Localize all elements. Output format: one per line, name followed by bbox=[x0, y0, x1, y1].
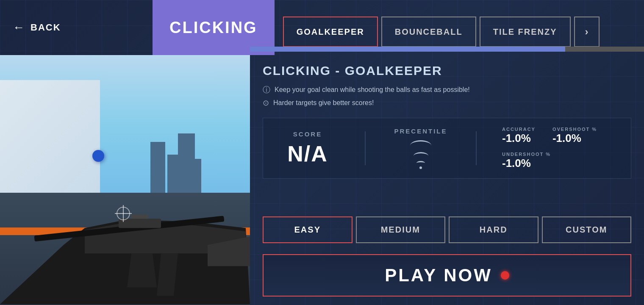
back-arrow-icon: ← bbox=[13, 21, 25, 34]
play-now-container: PLAY NOW bbox=[263, 254, 631, 297]
desc-line-2: ⊙ Harder targets give better scores! bbox=[263, 98, 631, 108]
score-value: N/A bbox=[287, 141, 328, 166]
crosshair bbox=[115, 205, 132, 222]
tab-more-icon: › bbox=[585, 26, 588, 38]
score-label: SCORE bbox=[293, 130, 322, 138]
tab-bounceball-label: BOUNCEBALL bbox=[395, 27, 463, 37]
overshoot-label: OVERSHOOT % bbox=[552, 127, 597, 132]
percentile-label: PRECENTILE bbox=[394, 128, 447, 135]
tab-tile-frenzy-label: TILE FRENZY bbox=[493, 27, 557, 37]
tab-more[interactable]: › bbox=[574, 17, 600, 47]
accuracy-value: -1.0% bbox=[502, 132, 531, 145]
difficulty-easy[interactable]: EASY bbox=[263, 216, 353, 243]
wifi-dot bbox=[419, 166, 422, 169]
difficulty-medium[interactable]: MEDIUM bbox=[356, 216, 446, 243]
percentile-section: PRECENTILE bbox=[378, 128, 463, 169]
play-now-label: PLAY NOW bbox=[385, 265, 492, 286]
back-label: BACK bbox=[31, 22, 61, 33]
back-button[interactable]: ← BACK bbox=[0, 0, 153, 55]
top-bar: ← BACK CLICKING GOALKEEPER BOUNCEBALL TI… bbox=[0, 0, 644, 55]
progress-bar bbox=[250, 47, 644, 52]
desc-text-1: Keep your goal clean while shooting the … bbox=[275, 86, 470, 94]
undershoot-stat: UNDERSHOOT % -1.0% bbox=[502, 152, 551, 170]
progress-fill bbox=[250, 47, 565, 52]
difficulty-medium-label: MEDIUM bbox=[381, 225, 420, 235]
divider-1 bbox=[365, 131, 366, 165]
info-icon: ⓘ bbox=[263, 85, 270, 95]
tab-bounceball[interactable]: BOUNCEBALL bbox=[381, 17, 476, 47]
play-now-button[interactable]: PLAY NOW bbox=[263, 254, 631, 297]
progress-remaining bbox=[565, 47, 644, 52]
wifi-arc-small bbox=[416, 161, 425, 165]
red-dot-icon bbox=[501, 271, 509, 280]
right-panel: CLICKING - GOALKEEPER ⓘ Keep your goal c… bbox=[250, 55, 644, 305]
wifi-arc-large bbox=[410, 140, 431, 151]
preview-panel bbox=[0, 55, 250, 305]
tab-goalkeeper-label: GOALKEEPER bbox=[297, 27, 364, 37]
side-stats: ACCURACY -1.0% OVERSHOOT % -1.0% UNDERSH… bbox=[502, 127, 597, 170]
difficulty-hard[interactable]: HARD bbox=[449, 216, 539, 243]
accuracy-label: ACCURACY bbox=[502, 127, 536, 132]
desc-text-2: Harder targets give better scores! bbox=[273, 99, 374, 107]
spacer bbox=[263, 186, 631, 201]
side-stat-row-2: UNDERSHOOT % -1.0% bbox=[502, 152, 597, 170]
svg-rect-4 bbox=[131, 214, 148, 219]
score-section: SCORE N/A bbox=[276, 130, 352, 166]
overshoot-stat: OVERSHOOT % -1.0% bbox=[552, 127, 597, 145]
difficulty-hard-label: HARD bbox=[480, 225, 508, 235]
difficulty-buttons: EASY MEDIUM HARD CUSTOM bbox=[263, 208, 631, 243]
tab-tile-frenzy[interactable]: TILE FRENZY bbox=[480, 17, 571, 47]
difficulty-custom-label: CUSTOM bbox=[566, 225, 607, 235]
desc-line-1: ⓘ Keep your goal clean while shooting th… bbox=[263, 85, 631, 95]
crosshair-circle bbox=[117, 207, 130, 220]
clicking-tab-label: CLICKING bbox=[169, 19, 258, 37]
undershoot-value: -1.0% bbox=[502, 157, 531, 170]
stats-panel: SCORE N/A PRECENTILE bbox=[263, 118, 631, 179]
weapon-container bbox=[0, 168, 250, 305]
side-stat-row-1: ACCURACY -1.0% OVERSHOOT % -1.0% bbox=[502, 127, 597, 145]
game-description: ⓘ Keep your goal clean while shooting th… bbox=[263, 85, 631, 108]
target-icon: ⊙ bbox=[263, 98, 269, 108]
game-title: CLICKING - GOALKEEPER bbox=[263, 64, 631, 78]
overshoot-value: -1.0% bbox=[552, 132, 581, 145]
svg-marker-5 bbox=[127, 253, 157, 287]
accuracy-stat: ACCURACY -1.0% bbox=[502, 127, 536, 145]
weapon-svg bbox=[0, 168, 250, 305]
undershoot-label: UNDERSHOOT % bbox=[502, 152, 551, 157]
divider-2 bbox=[476, 131, 477, 165]
difficulty-custom[interactable]: CUSTOM bbox=[542, 216, 632, 243]
tab-goalkeeper[interactable]: GOALKEEPER bbox=[283, 17, 378, 47]
wifi-arc-medium bbox=[414, 152, 428, 160]
game-preview bbox=[0, 55, 250, 305]
difficulty-easy-label: EASY bbox=[294, 225, 321, 235]
main-content: CLICKING - GOALKEEPER ⓘ Keep your goal c… bbox=[0, 55, 644, 305]
app-container: ← BACK CLICKING GOALKEEPER BOUNCEBALL TI… bbox=[0, 0, 644, 305]
percentile-wifi-icon bbox=[410, 140, 431, 169]
